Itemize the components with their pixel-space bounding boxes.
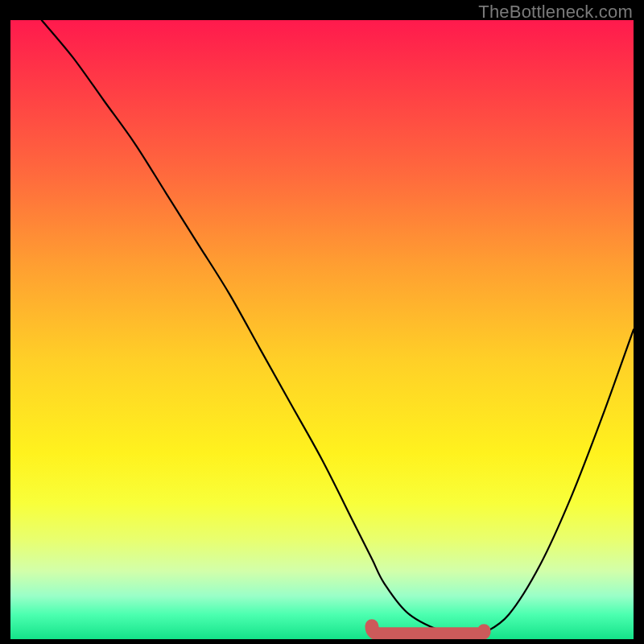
chart-svg bbox=[10, 20, 634, 639]
bottleneck-curve bbox=[42, 20, 634, 636]
chart-frame bbox=[10, 20, 634, 639]
optimal-marker bbox=[372, 626, 484, 634]
